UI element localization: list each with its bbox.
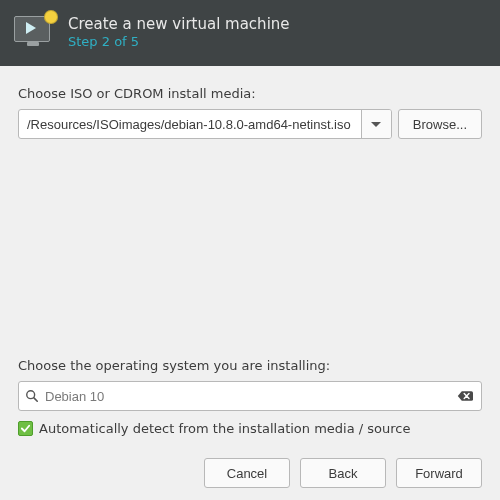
autodetect-label: Automatically detect from the installati… bbox=[39, 421, 410, 436]
clear-icon[interactable] bbox=[457, 389, 475, 403]
autodetect-checkbox[interactable] bbox=[18, 421, 33, 436]
wizard-header: Create a new virtual machine Step 2 of 5 bbox=[0, 0, 500, 66]
iso-path-combo[interactable] bbox=[18, 109, 392, 139]
browse-button[interactable]: Browse... bbox=[398, 109, 482, 139]
wizard-step: Step 2 of 5 bbox=[68, 33, 290, 51]
os-label: Choose the operating system you are inst… bbox=[18, 358, 482, 373]
iso-dropdown-button[interactable] bbox=[361, 110, 391, 138]
wizard-title: Create a new virtual machine bbox=[68, 15, 290, 33]
vm-icon bbox=[14, 16, 54, 50]
cancel-button[interactable]: Cancel bbox=[204, 458, 290, 488]
forward-button[interactable]: Forward bbox=[396, 458, 482, 488]
check-icon bbox=[20, 423, 31, 434]
search-icon bbox=[25, 389, 39, 403]
os-search-field[interactable] bbox=[18, 381, 482, 411]
iso-path-input[interactable] bbox=[19, 110, 361, 138]
os-search-input[interactable] bbox=[39, 389, 457, 404]
chevron-down-icon bbox=[371, 122, 381, 127]
wizard-footer: Cancel Back Forward bbox=[18, 458, 482, 488]
back-button[interactable]: Back bbox=[300, 458, 386, 488]
media-label: Choose ISO or CDROM install media: bbox=[18, 86, 482, 101]
svg-line-1 bbox=[34, 398, 37, 401]
